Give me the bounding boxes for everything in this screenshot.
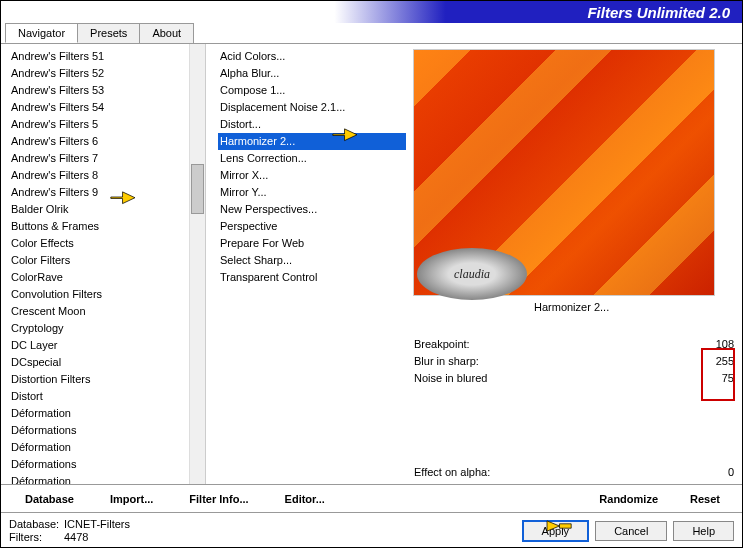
filter-item[interactable]: Transparent Control: [218, 269, 406, 286]
scrollbar-thumb[interactable]: [191, 164, 204, 214]
tab-navigator[interactable]: Navigator: [5, 23, 78, 43]
help-button[interactable]: Help: [673, 521, 734, 541]
category-item[interactable]: Andrew's Filters 53: [9, 82, 189, 99]
db-key: Database:: [9, 518, 64, 530]
current-filter-row: Harmonizer 2...: [414, 297, 734, 317]
details-panel: claudia Harmonizer 2... Breakpoint:108Bl…: [406, 44, 742, 484]
effect-alpha-row: Effect on alpha: 0: [414, 466, 734, 484]
param-value[interactable]: 255: [699, 355, 734, 367]
category-item[interactable]: Déformations: [9, 456, 189, 473]
watermark: claudia: [417, 248, 527, 300]
category-list[interactable]: Andrew's Filters 51Andrew's Filters 52An…: [1, 44, 189, 484]
category-item[interactable]: Distortion Filters: [9, 371, 189, 388]
param-row: Breakpoint:108: [414, 335, 734, 352]
current-filter-name: Harmonizer 2...: [534, 301, 609, 313]
category-item[interactable]: Déformations: [9, 422, 189, 439]
category-item[interactable]: Andrew's Filters 52: [9, 65, 189, 82]
filter-item[interactable]: Mirror Y...: [218, 184, 406, 201]
filter-list[interactable]: Acid Colors...Alpha Blur...Compose 1...D…: [206, 44, 406, 484]
filter-item[interactable]: Displacement Noise 2.1...: [218, 99, 406, 116]
param-row: Blur in sharp:255: [414, 352, 734, 369]
effect-alpha-label: Effect on alpha:: [414, 466, 704, 478]
category-item[interactable]: Andrew's Filters 7: [9, 150, 189, 167]
reset-button[interactable]: Reset: [676, 489, 734, 509]
import-button[interactable]: Import...: [94, 489, 169, 509]
category-panel: Andrew's Filters 51Andrew's Filters 52An…: [1, 44, 206, 484]
parameters: Breakpoint:108Blur in sharp:255Noise in …: [414, 335, 734, 386]
footer: Database:ICNET-Filters Filters:4478 Appl…: [1, 512, 742, 548]
filter-item[interactable]: Prepare For Web: [218, 235, 406, 252]
filter-item[interactable]: Harmonizer 2...: [218, 133, 406, 150]
apply-button[interactable]: Apply: [522, 520, 590, 542]
category-item[interactable]: Color Effects: [9, 235, 189, 252]
category-item[interactable]: Andrew's Filters 9: [9, 184, 189, 201]
category-item[interactable]: Balder Olrik: [9, 201, 189, 218]
param-label: Noise in blured: [414, 372, 699, 384]
editor-button[interactable]: Editor...: [269, 489, 341, 509]
footer-info: Database:ICNET-Filters Filters:4478: [9, 518, 130, 543]
filter-item[interactable]: Acid Colors...: [218, 48, 406, 65]
main-area: Andrew's Filters 51Andrew's Filters 52An…: [1, 44, 742, 484]
db-value: ICNET-Filters: [64, 518, 130, 530]
category-item[interactable]: Déformation: [9, 473, 189, 484]
filter-item[interactable]: Compose 1...: [218, 82, 406, 99]
category-scrollbar[interactable]: [189, 44, 205, 484]
filter-item[interactable]: Mirror X...: [218, 167, 406, 184]
category-item[interactable]: ColorRave: [9, 269, 189, 286]
category-item[interactable]: Andrew's Filters 51: [9, 48, 189, 65]
filter-item[interactable]: Perspective: [218, 218, 406, 235]
tab-about[interactable]: About: [139, 23, 194, 43]
param-label: Breakpoint:: [414, 338, 699, 350]
category-item[interactable]: Convolution Filters: [9, 286, 189, 303]
param-value[interactable]: 75: [699, 372, 734, 384]
param-value[interactable]: 108: [699, 338, 734, 350]
category-item[interactable]: Crescent Moon: [9, 303, 189, 320]
category-item[interactable]: Cryptology: [9, 320, 189, 337]
cancel-button[interactable]: Cancel: [595, 521, 667, 541]
category-item[interactable]: Déformation: [9, 439, 189, 456]
filter-item[interactable]: Alpha Blur...: [218, 65, 406, 82]
filter-info-button[interactable]: Filter Info...: [173, 489, 264, 509]
app-title: Filters Unlimited 2.0: [587, 4, 730, 21]
filter-item[interactable]: New Perspectives...: [218, 201, 406, 218]
title-bar: Filters Unlimited 2.0: [1, 1, 742, 23]
tab-bar: Navigator Presets About: [1, 23, 742, 44]
filter-item[interactable]: Select Sharp...: [218, 252, 406, 269]
category-item[interactable]: Andrew's Filters 54: [9, 99, 189, 116]
category-item[interactable]: DC Layer: [9, 337, 189, 354]
toolbar: Database Import... Filter Info... Editor…: [1, 484, 742, 512]
param-row: Noise in blured75: [414, 369, 734, 386]
filters-value: 4478: [64, 531, 88, 543]
category-item[interactable]: Andrew's Filters 6: [9, 133, 189, 150]
effect-alpha-value: 0: [704, 466, 734, 478]
tab-presets[interactable]: Presets: [77, 23, 140, 43]
category-item[interactable]: Andrew's Filters 5: [9, 116, 189, 133]
filter-item[interactable]: Lens Correction...: [218, 150, 406, 167]
category-item[interactable]: Color Filters: [9, 252, 189, 269]
filter-item[interactable]: Distort...: [218, 116, 406, 133]
category-item[interactable]: Distort: [9, 388, 189, 405]
category-item[interactable]: Andrew's Filters 8: [9, 167, 189, 184]
category-item[interactable]: DCspecial: [9, 354, 189, 371]
category-item[interactable]: Buttons & Frames: [9, 218, 189, 235]
database-button[interactable]: Database: [9, 489, 90, 509]
randomize-button[interactable]: Randomize: [585, 489, 672, 509]
footer-buttons: Apply Cancel Help: [522, 520, 734, 542]
param-label: Blur in sharp:: [414, 355, 699, 367]
category-item[interactable]: Déformation: [9, 405, 189, 422]
filters-key: Filters:: [9, 531, 64, 543]
